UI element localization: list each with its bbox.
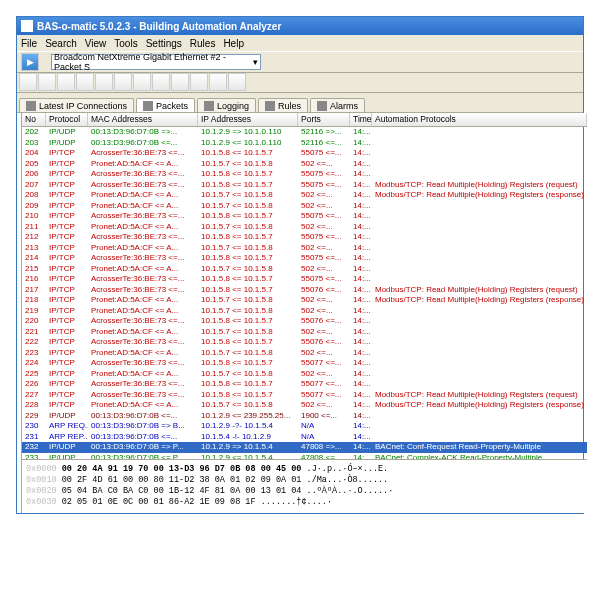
col-ports[interactable]: Ports [298, 113, 350, 126]
packet-row[interactable]: 204IP/TCPAcrosserTe:36:BE:73 <=...10.1.5… [22, 148, 587, 159]
packet-row[interactable]: 224IP/TCPAcrosserTe:36:BE:73 <=...10.1.5… [22, 358, 587, 369]
col-time[interactable]: Time [350, 113, 372, 126]
packet-row[interactable]: 205IP/TCPPronet:AD:5A:CF <= A...10.1.5.7… [22, 159, 587, 170]
main-window: BAS-o-matic 5.0.2.3 - Building Automatio… [16, 16, 584, 514]
toolbar-secondary [17, 73, 583, 93]
packet-row[interactable]: 225IP/TCPPronet:AD:5A:CF <= A...10.1.5.7… [22, 369, 587, 380]
packet-row[interactable]: 228IP/TCPPronet:AD:5A:CF <= A...10.1.5.7… [22, 400, 587, 411]
packet-row[interactable]: 220IP/TCPAcrosserTe:36:BE:73 <=...10.1.5… [22, 316, 587, 327]
col-no[interactable]: No [22, 113, 46, 126]
packet-row[interactable]: 209IP/TCPPronet:AD:5A:CF <= A...10.1.5.7… [22, 201, 587, 212]
tool-btn-3[interactable] [76, 73, 94, 91]
packet-row[interactable]: 217IP/TCPAcrosserTe:36:BE:73 <=...10.1.5… [22, 285, 587, 296]
packet-row[interactable]: 222IP/TCPAcrosserTe:36:BE:73 <=...10.1.5… [22, 337, 587, 348]
packet-row[interactable]: 207IP/TCPAcrosserTe:36:BE:73 <=...10.1.5… [22, 180, 587, 191]
tool-btn-7[interactable] [152, 73, 170, 91]
packet-row[interactable]: 231ARP REP...00:13:D3:96:D7:0B <=...10.1… [22, 432, 587, 443]
col-mac-addresses[interactable]: MAC Addresses [88, 113, 198, 126]
packet-row[interactable]: 223IP/TCPPronet:AD:5A:CF <= A...10.1.5.7… [22, 348, 587, 359]
tool-btn-2[interactable] [57, 73, 75, 91]
titlebar[interactable]: BAS-o-matic 5.0.2.3 - Building Automatio… [17, 17, 583, 35]
tab-icon [204, 101, 214, 111]
menu-settings[interactable]: Settings [146, 38, 182, 49]
tool-btn-10[interactable] [209, 73, 227, 91]
play-icon: ▶ [27, 57, 34, 67]
app-icon [21, 20, 33, 32]
tab-alarms[interactable]: Alarms [310, 98, 365, 112]
menubar: FileSearchViewToolsSettingsRulesHelp [17, 35, 583, 51]
tab-icon [26, 101, 36, 111]
packet-row[interactable]: 219IP/TCPPronet:AD:5A:CF <= A...10.1.5.7… [22, 306, 587, 317]
tool-btn-8[interactable] [171, 73, 189, 91]
col-automation-protocols[interactable]: Automation Protocols [372, 113, 587, 126]
content-area: −− Ethernet IIDestination MAC: 00:20:4A:… [17, 113, 583, 513]
packet-row[interactable]: 229IP/UDP00:13:D3:96:D7:0B <=...10.1.2.9… [22, 411, 587, 422]
grid-body[interactable]: 202IP/UDP00:13:D3:96:D7:0B =>...10.1.2.9… [22, 127, 587, 459]
tabbar: Latest IP ConnectionsPacketsLoggingRules… [17, 93, 583, 113]
menu-view[interactable]: View [85, 38, 107, 49]
packet-row[interactable]: 214IP/TCPAcrosserTe:36:BE:73 <=...10.1.5… [22, 253, 587, 264]
col-protocol[interactable]: Protocol [46, 113, 88, 126]
tab-icon [265, 101, 275, 111]
menu-tools[interactable]: Tools [114, 38, 137, 49]
tool-btn-4[interactable] [95, 73, 113, 91]
packet-row[interactable]: 226IP/TCPAcrosserTe:36:BE:73 <=...10.1.5… [22, 379, 587, 390]
grid-header[interactable]: NoProtocolMAC AddressesIP AddressesPorts… [22, 113, 587, 127]
packet-row[interactable]: 203IP/UDP00:13:D3:96:D7:0B <=...10.1.2.9… [22, 138, 587, 149]
packet-row[interactable]: 230ARP REQ...00:13:D3:96:D7:0B => B...10… [22, 421, 587, 432]
tab-latest-ip-connections[interactable]: Latest IP Connections [19, 98, 134, 112]
packet-row[interactable]: 218IP/TCPPronet:AD:5A:CF <= A...10.1.5.7… [22, 295, 587, 306]
tab-icon [317, 101, 327, 111]
packet-row[interactable]: 215IP/TCPPronet:AD:5A:CF <= A...10.1.5.7… [22, 264, 587, 275]
chevron-down-icon: ▾ [253, 57, 258, 67]
tab-logging[interactable]: Logging [197, 98, 256, 112]
tool-btn-5[interactable] [114, 73, 132, 91]
toolbar-main: ▶ Broadcom NetXtreme Gigabit Ethernet #2… [17, 51, 583, 73]
packet-row[interactable]: 232IP/UDP00:13:D3:96:D7:0B => P...10.1.2… [22, 442, 587, 453]
menu-rules[interactable]: Rules [190, 38, 216, 49]
packet-row[interactable]: 211IP/TCPPronet:AD:5A:CF <= A...10.1.5.7… [22, 222, 587, 233]
tool-btn-1[interactable] [38, 73, 56, 91]
menu-help[interactable]: Help [223, 38, 244, 49]
menu-file[interactable]: File [21, 38, 37, 49]
packet-row[interactable]: 210IP/TCPAcrosserTe:36:BE:73 <=...10.1.5… [22, 211, 587, 222]
title-text: BAS-o-matic 5.0.2.3 - Building Automatio… [37, 21, 281, 32]
hex-line: 0x0010 00 2F 4D 61 00 00 80 11-D2 38 0A … [26, 475, 583, 486]
packet-row[interactable]: 221IP/TCPPronet:AD:5A:CF <= A...10.1.5.7… [22, 327, 587, 338]
packet-row[interactable]: 212IP/TCPAcrosserTe:36:BE:73 <=...10.1.5… [22, 232, 587, 243]
play-button[interactable]: ▶ [21, 53, 39, 71]
tool-btn-9[interactable] [190, 73, 208, 91]
hex-line: 0x0020 05 04 BA C0 BA C0 00 1B-12 4F 81 … [26, 486, 583, 497]
menu-search[interactable]: Search [45, 38, 77, 49]
tab-icon [143, 101, 153, 111]
packet-row[interactable]: 216IP/TCPAcrosserTe:36:BE:73 <=...10.1.5… [22, 274, 587, 285]
packet-row[interactable]: 213IP/TCPPronet:AD:5A:CF <= A...10.1.5.7… [22, 243, 587, 254]
tool-btn-11[interactable] [228, 73, 246, 91]
hex-line: 0x0030 02 05 01 0E 0C 00 01 86-A2 1E 09 … [26, 497, 583, 508]
packet-row[interactable]: 208IP/TCPPronet:AD:5A:CF <= A...10.1.5.7… [22, 190, 587, 201]
interface-combo[interactable]: Broadcom NetXtreme Gigabit Ethernet #2 -… [51, 54, 261, 70]
packet-row[interactable]: 206IP/TCPAcrosserTe:36:BE:73 <=...10.1.5… [22, 169, 587, 180]
hex-line: 0x0000 00 20 4A 91 19 70 00 13-D3 96 D7 … [26, 464, 583, 475]
tab-packets[interactable]: Packets [136, 98, 195, 112]
col-ip-addresses[interactable]: IP Addresses [198, 113, 298, 126]
tab-rules[interactable]: Rules [258, 98, 308, 112]
tool-btn-0[interactable] [19, 73, 37, 91]
packet-row[interactable]: 202IP/UDP00:13:D3:96:D7:0B =>...10.1.2.9… [22, 127, 587, 138]
tool-btn-6[interactable] [133, 73, 151, 91]
hex-dump[interactable]: 0x0000 00 20 4A 91 19 70 00 13-D3 96 D7 … [22, 459, 587, 513]
packet-row[interactable]: 227IP/TCPAcrosserTe:36:BE:73 <=...10.1.5… [22, 390, 587, 401]
packet-grid: NoProtocolMAC AddressesIP AddressesPorts… [22, 113, 587, 513]
